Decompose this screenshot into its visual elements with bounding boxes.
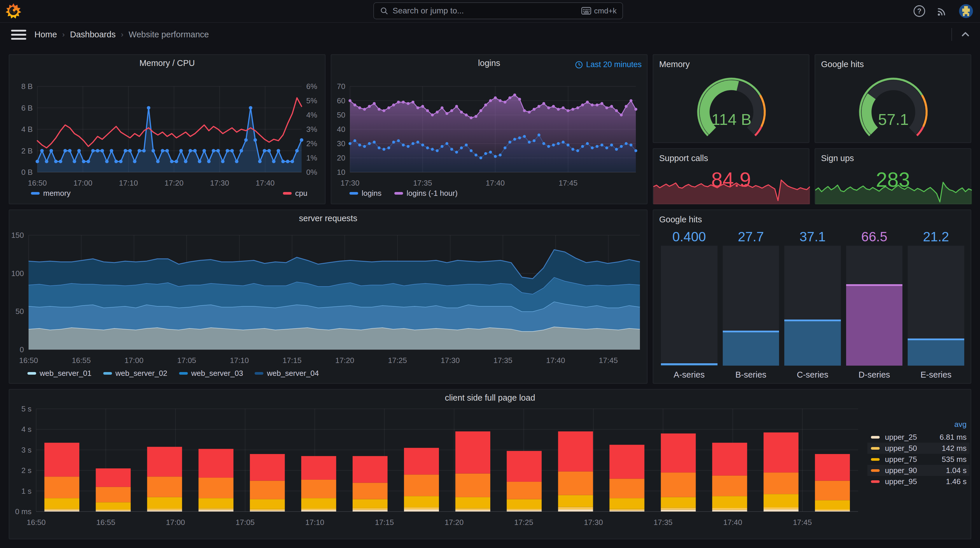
collapse-chevron-up-icon[interactable] (959, 29, 971, 40)
bar-gauge-column[interactable]: 37.1C-series (784, 210, 841, 383)
svg-text:0 B: 0 B (21, 168, 33, 177)
panel-memory-cpu: Memory / CPU 8 B6 B4 B2 B0 B6%5%4%3%2%1%… (9, 54, 326, 204)
svg-text:6%: 6% (306, 82, 317, 91)
legend-item[interactable]: web_server_02 (103, 369, 167, 378)
svg-text:1 s: 1 s (21, 487, 32, 495)
svg-text:10: 10 (337, 168, 345, 177)
bar-gauge-value: 37.1 (784, 229, 841, 245)
legend-swatch (395, 192, 403, 194)
svg-text:17:25: 17:25 (388, 356, 407, 365)
svg-text:4 s: 4 s (21, 425, 32, 433)
legend-swatch (349, 192, 358, 194)
bar-gauge-fill (661, 365, 718, 366)
bar-gauge-column[interactable]: 27.7B-series (723, 210, 780, 383)
svg-text:50: 50 (337, 111, 345, 119)
bar-gauge-track (846, 246, 903, 366)
legend-item-upper_25[interactable]: upper_256.81 ms (867, 432, 969, 443)
bar-gauge-label: A-series (661, 370, 718, 380)
breadcrumb-dashboards[interactable]: Dashboards (70, 30, 116, 40)
bar-gauge-value: 21.2 (908, 229, 964, 245)
legend-swatch (871, 480, 880, 483)
svg-text:5 s: 5 s (21, 405, 32, 413)
client-load-chart[interactable]: 5 s4 s3 s2 s1 s0 ms16:5016:5517:0017:051… (10, 390, 972, 540)
svg-text:3%: 3% (306, 125, 317, 134)
legend-item-upper_95[interactable]: upper_951.46 s (867, 476, 969, 487)
svg-text:17:00: 17:00 (124, 356, 143, 365)
svg-text:17:20: 17:20 (164, 178, 183, 187)
legend-swatch (871, 469, 880, 472)
google-hits-gauge[interactable]: 57.1 (815, 55, 972, 143)
panel-logins: logins Last 20 minutes 7060504030201017:… (331, 54, 648, 204)
svg-text:30: 30 (337, 139, 345, 148)
legend-swatch (283, 192, 292, 194)
panel-sign-ups: Sign ups 283 (815, 148, 971, 204)
svg-text:17:10: 17:10 (119, 178, 138, 187)
svg-text:20: 20 (337, 153, 345, 162)
bar-gauge-value: 27.7 (723, 229, 780, 245)
svg-text:17:30: 17:30 (584, 518, 603, 527)
panel-support-calls: Support calls 84.9 (653, 148, 810, 204)
bar-gauge-value: 66.5 (846, 229, 903, 245)
svg-text:17:00: 17:00 (166, 518, 185, 527)
svg-text:17:45: 17:45 (793, 518, 812, 527)
svg-text:17:30: 17:30 (441, 356, 460, 365)
legend-item[interactable]: web_server_03 (179, 369, 243, 378)
bar-gauge-column[interactable]: 66.5D-series (846, 210, 903, 383)
legend-item-upper_75[interactable]: upper_75535 ms (867, 454, 969, 465)
svg-text:57.1: 57.1 (878, 111, 908, 128)
legend-item[interactable]: web_server_04 (255, 369, 319, 378)
svg-text:17:45: 17:45 (558, 178, 578, 187)
search-icon (380, 6, 388, 15)
svg-text:?: ? (917, 7, 922, 15)
legend-item-cpu[interactable]: cpu (283, 189, 307, 198)
svg-text:5%: 5% (306, 96, 317, 105)
keyboard-icon (581, 7, 591, 14)
divider (951, 28, 952, 41)
svg-text:2 B: 2 B (21, 147, 33, 155)
search-input[interactable]: Search or jump to... cmd+k (373, 2, 623, 19)
news-rss-icon[interactable] (935, 5, 948, 18)
legend-item-logins[interactable]: logins (349, 189, 382, 198)
bar-gauge-fill (846, 286, 903, 366)
svg-text:0 ms: 0 ms (15, 507, 32, 516)
breadcrumb-home[interactable]: Home (34, 30, 57, 40)
panel-server-requests: server requests 15010050016:5016:5517:00… (9, 210, 648, 384)
breadcrumb: Home › Dashboards › Website performance (34, 23, 209, 46)
legend-item-upper_90[interactable]: upper_901.04 s (867, 465, 969, 476)
bar-gauge-column[interactable]: 0.400A-series (661, 210, 718, 383)
svg-text:17:30: 17:30 (340, 178, 360, 187)
svg-text:6 B: 6 B (21, 104, 33, 112)
legend-swatch (871, 436, 880, 438)
help-icon[interactable]: ? (913, 5, 926, 18)
bar-gauge-column[interactable]: 21.2E-series (908, 210, 964, 383)
svg-text:40: 40 (337, 125, 345, 134)
menu-toggle-icon[interactable] (11, 30, 26, 40)
panel-google-hits-bargauge: Google hits 0.400A-series27.7B-series37.… (653, 210, 971, 384)
legend-item-logins-prev[interactable]: logins (-1 hour) (395, 189, 458, 198)
svg-text:17:30: 17:30 (210, 178, 229, 187)
legend-item-memory[interactable]: memory (31, 189, 71, 198)
breadcrumb-separator: › (62, 30, 65, 39)
svg-text:17:10: 17:10 (230, 356, 249, 365)
legend-sort-header[interactable]: avg (955, 420, 967, 429)
memory-gauge[interactable]: 114 B (653, 55, 810, 143)
svg-text:2%: 2% (306, 139, 317, 148)
bar-gauge[interactable]: 0.400A-series27.7B-series37.1C-series66.… (653, 210, 970, 383)
logins-chart[interactable]: 7060504030201017:3017:3517:4017:45 (331, 55, 648, 205)
grafana-logo[interactable] (5, 3, 22, 19)
bar-gauge-label: C-series (784, 370, 841, 380)
bar-gauge-label: E-series (908, 370, 964, 380)
memory-cpu-chart[interactable]: 8 B6 B4 B2 B0 B6%5%4%3%2%1%0%16:5017:001… (10, 55, 326, 205)
bar-gauge-fill (723, 332, 780, 366)
bar-gauge-value: 0.400 (661, 229, 718, 245)
breadcrumb-separator: › (121, 30, 123, 39)
svg-text:150: 150 (11, 231, 24, 240)
server-requests-chart[interactable]: 15010050016:5016:5517:0017:0517:1017:151… (10, 210, 648, 384)
search-shortcut: cmd+k (581, 6, 617, 16)
svg-text:17:40: 17:40 (485, 178, 504, 187)
legend-item-upper_50[interactable]: upper_50142 ms (867, 443, 969, 454)
legend-item[interactable]: web_server_01 (27, 369, 92, 378)
legend-swatch (255, 372, 263, 375)
user-avatar[interactable] (958, 3, 974, 19)
panel-google-hits-gauge: Google hits 57.1 (815, 54, 971, 143)
